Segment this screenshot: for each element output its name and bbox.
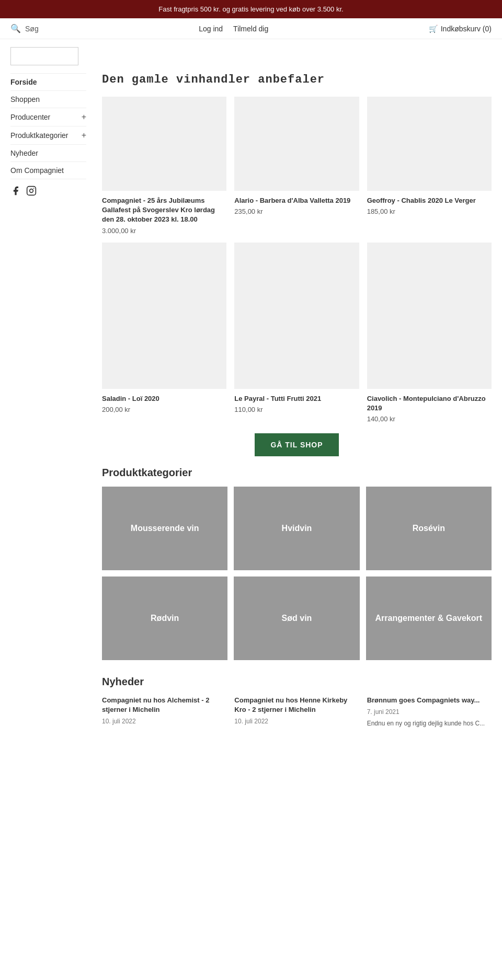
category-hvidvin[interactable]: Hvidvin: [234, 487, 359, 570]
sidebar-item-producenter[interactable]: Producenter +: [10, 108, 86, 126]
sidebar-item-shoppen[interactable]: Shoppen: [10, 91, 86, 108]
product-card-0[interactable]: Compagniet - 25 års Jubilæums Gallafest …: [102, 97, 226, 235]
register-link[interactable]: Tilmeld dig: [233, 25, 268, 33]
product-price-2: 185,00 kr: [367, 207, 492, 215]
news-card-2[interactable]: Brønnum goes Compagniets way... 7. juni …: [367, 696, 492, 728]
category-grid: Mousserende vin Hvidvin Rosévin Rødvin S…: [102, 487, 492, 660]
category-rodvin[interactable]: Rødvin: [102, 577, 227, 660]
news-date-0: 10. juli 2022: [102, 718, 226, 725]
category-label-3: Rødvin: [148, 611, 181, 626]
category-label-5: Arrangementer & Gavekort: [373, 611, 485, 626]
search-icon[interactable]: 🔍: [10, 24, 21, 33]
produktkategorier-plus-icon: +: [82, 131, 86, 140]
product-price-0: 3.000,00 kr: [102, 227, 226, 235]
top-banner: Fast fragtpris 500 kr. og gratis leverin…: [0, 0, 502, 18]
product-image-0: [102, 97, 226, 191]
product-image-5: [367, 243, 492, 389]
categories-title: Produktkategorier: [102, 467, 492, 479]
header: 🔍 Søg Log ind Tilmeld dig 🛒 Indkøbskurv …: [0, 18, 502, 39]
product-card-1[interactable]: Alario - Barbera d'Alba Valletta 2019 23…: [234, 97, 359, 235]
news-card-1[interactable]: Compagniet nu hos Henne Kirkeby Kro - 2 …: [234, 696, 359, 728]
category-rosevin[interactable]: Rosévin: [366, 487, 492, 570]
product-name-2: Geoffroy - Chablis 2020 Le Verger: [367, 196, 492, 205]
product-image-1: [234, 97, 359, 191]
sidebar-label-nyheder: Nyheder: [10, 149, 38, 157]
sidebar-label-shoppen: Shoppen: [10, 95, 40, 103]
product-name-1: Alario - Barbera d'Alba Valletta 2019: [234, 196, 359, 205]
product-price-3: 200,00 kr: [102, 406, 226, 413]
product-card-4[interactable]: Le Payral - Tutti Frutti 2021 110,00 kr: [234, 243, 359, 423]
logo-area: [0, 39, 502, 68]
product-image-4: [234, 243, 359, 389]
product-name-4: Le Payral - Tutti Frutti 2021: [234, 394, 359, 403]
login-link[interactable]: Log ind: [199, 25, 223, 33]
news-headline-2: Brønnum goes Compagniets way...: [367, 696, 492, 705]
header-nav: Log ind Tilmeld dig: [199, 25, 268, 33]
news-card-0[interactable]: Compagniet nu hos Alchemist - 2 stjerner…: [102, 696, 226, 728]
product-image-2: [367, 97, 492, 191]
product-price-4: 110,00 kr: [234, 406, 359, 413]
cart-label: Indkøbskurv (0): [441, 25, 492, 33]
news-title: Nyheder: [102, 676, 492, 688]
category-label-0: Mousserende vin: [128, 521, 202, 536]
product-price-5: 140,00 kr: [367, 415, 492, 423]
recommendations-title: Den gamle vinhandler anbefaler: [102, 73, 492, 86]
sidebar-label-om-compagniet: Om Compagniet: [10, 166, 64, 175]
social-links: [10, 186, 86, 199]
category-label-1: Hvidvin: [279, 521, 315, 536]
sidebar-item-nyheder[interactable]: Nyheder: [10, 145, 86, 162]
category-arrangementer-gavekort[interactable]: Arrangementer & Gavekort: [366, 577, 492, 660]
product-grid: Compagniet - 25 års Jubilæums Gallafest …: [102, 97, 492, 423]
header-search-area: 🔍 Søg: [10, 24, 39, 33]
product-price-1: 235,00 kr: [234, 207, 359, 215]
product-card-2[interactable]: Geoffroy - Chablis 2020 Le Verger 185,00…: [367, 97, 492, 235]
sidebar-label-produktkategorier: Produktkategorier: [10, 131, 69, 140]
search-label[interactable]: Søg: [25, 25, 39, 33]
go-to-shop-container: GÅ TIL SHOP: [102, 433, 492, 456]
category-sod-vin[interactable]: Sød vin: [234, 577, 359, 660]
news-excerpt-2: Endnu en ny og rigtig dejlig kunde hos C…: [367, 719, 492, 728]
cart-icon: 🛒: [429, 25, 438, 33]
news-date-1: 10. juli 2022: [234, 718, 359, 725]
cart-area[interactable]: 🛒 Indkøbskurv (0): [429, 25, 492, 33]
instagram-icon[interactable]: [26, 186, 37, 199]
banner-text: Fast fragtpris 500 kr. og gratis leverin…: [158, 5, 343, 13]
sidebar-item-produktkategorier[interactable]: Produktkategorier +: [10, 126, 86, 145]
product-image-3: [102, 243, 226, 389]
logo[interactable]: [10, 47, 78, 65]
product-name-3: Saladin - Loï 2020: [102, 394, 226, 403]
category-label-2: Rosévin: [410, 521, 448, 536]
product-card-5[interactable]: Ciavolich - Montepulciano d'Abruzzo 2019…: [367, 243, 492, 423]
category-label-4: Sød vin: [279, 611, 315, 626]
sidebar-label-forside: Forside: [10, 78, 37, 86]
sidebar-item-om-compagniet[interactable]: Om Compagniet: [10, 162, 86, 179]
product-card-3[interactable]: Saladin - Loï 2020 200,00 kr: [102, 243, 226, 423]
news-date-2: 7. juni 2021: [367, 708, 492, 716]
go-to-shop-button[interactable]: GÅ TIL SHOP: [255, 433, 338, 456]
svg-point-1: [30, 189, 33, 193]
svg-point-2: [33, 188, 35, 189]
news-headline-1: Compagniet nu hos Henne Kirkeby Kro - 2 …: [234, 696, 359, 714]
sidebar-label-producenter: Producenter: [10, 113, 50, 121]
product-name-5: Ciavolich - Montepulciano d'Abruzzo 2019: [367, 394, 492, 413]
news-headline-0: Compagniet nu hos Alchemist - 2 stjerner…: [102, 696, 226, 714]
main-content: Den gamle vinhandler anbefaler Compagnie…: [92, 68, 492, 733]
svg-rect-0: [27, 187, 36, 195]
category-mousserende-vin[interactable]: Mousserende vin: [102, 487, 227, 570]
sidebar-item-forside[interactable]: Forside: [10, 73, 86, 91]
product-name-0: Compagniet - 25 års Jubilæums Gallafest …: [102, 196, 226, 225]
news-grid: Compagniet nu hos Alchemist - 2 stjerner…: [102, 696, 492, 728]
sidebar: Forside Shoppen Producenter + Produktkat…: [10, 68, 92, 733]
producenter-plus-icon: +: [82, 112, 86, 122]
facebook-icon[interactable]: [10, 186, 21, 199]
main-layout: Forside Shoppen Producenter + Produktkat…: [0, 68, 502, 733]
